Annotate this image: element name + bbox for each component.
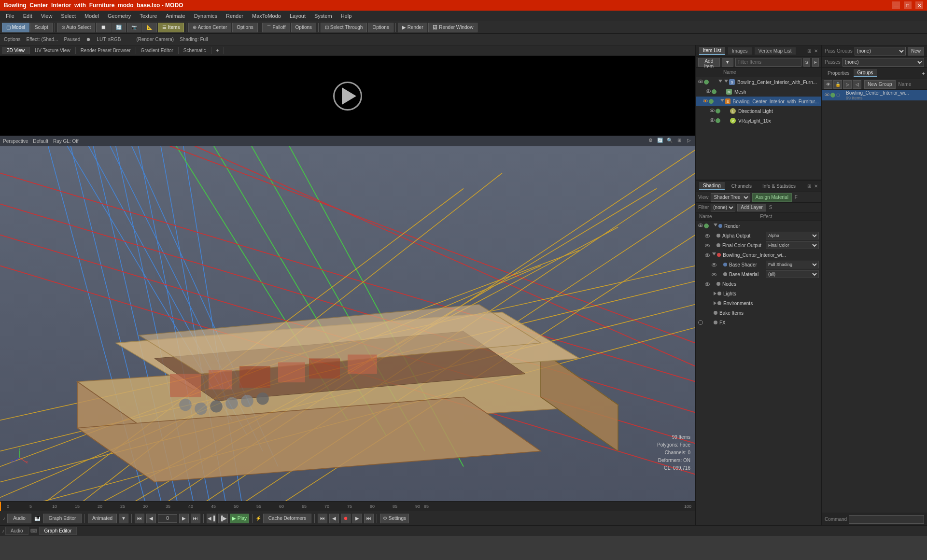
options1-button[interactable]: Options (232, 23, 257, 32)
render-toggle[interactable] (716, 109, 720, 113)
eye-toggle[interactable] (698, 80, 703, 83)
eye-toggle[interactable] (705, 244, 710, 247)
tab-render-preset[interactable]: Render Preset Browser (76, 47, 136, 54)
play-button-transport[interactable]: ▶ Play (230, 514, 249, 523)
collapse-btn[interactable]: ◁ (853, 80, 861, 89)
viewport-3d[interactable]: Perspective Default Ray GL: Off ⚙ 🔄 🔍 ⊞ … (0, 136, 695, 501)
auto-select-button[interactable]: ⊙ Auto Select (57, 23, 95, 32)
shader-row-alpha[interactable]: Alpha Output Alpha (696, 231, 821, 240)
new-pass-button[interactable]: New (908, 47, 924, 56)
menu-maxtomodo[interactable]: MaxToModo (248, 12, 285, 20)
close-button[interactable]: ✕ (915, 1, 923, 9)
new-group-button[interactable]: New Group (864, 80, 896, 89)
eye-toggle[interactable] (705, 282, 710, 286)
menu-model[interactable]: Model (81, 12, 103, 20)
expand-icon[interactable] (714, 224, 717, 228)
tab-groups[interactable]: Groups (854, 69, 877, 77)
tab-add-icon[interactable]: + (922, 70, 925, 76)
toolbar-icon-3[interactable]: 📷 (127, 23, 141, 32)
menu-geometry[interactable]: Geometry (104, 12, 135, 20)
eye-toggle[interactable] (710, 118, 715, 122)
eye-toggle[interactable] (712, 263, 716, 266)
expand-icon-2[interactable] (724, 80, 728, 84)
menu-file[interactable]: File (2, 12, 18, 20)
menu-dynamics[interactable]: Dynamics (190, 12, 221, 20)
expand-icon[interactable] (714, 301, 716, 305)
skip-end-button[interactable]: ⏭ (191, 514, 200, 523)
viewport-icon-4[interactable]: ⊞ (676, 138, 683, 144)
item-row[interactable]: S Bowling_Center_Interior_with_Furn... (696, 77, 821, 87)
options3-button[interactable]: Options (368, 23, 393, 32)
tab-shading[interactable]: Shading (699, 182, 725, 190)
eye-toggle[interactable] (706, 89, 711, 93)
expand-icon[interactable] (718, 80, 722, 84)
select-through-button[interactable]: ⊡ Select Through (321, 23, 367, 32)
record-end-button[interactable]: ⏭ (364, 514, 374, 523)
filter-s-button[interactable]: S (803, 58, 810, 67)
toolbar-icon-1[interactable]: 🔲 (96, 23, 111, 32)
tab-images[interactable]: Images (728, 47, 752, 55)
play-button[interactable] (333, 82, 362, 111)
render-toggle[interactable] (716, 118, 720, 123)
record-start-button[interactable]: ⏮ (318, 514, 327, 523)
audio-button[interactable]: Audio (7, 514, 31, 523)
viewport-icon-1[interactable]: ⚙ (647, 138, 654, 144)
shading-maximize[interactable]: ⊞ (807, 183, 811, 189)
render-toggle[interactable] (830, 93, 835, 98)
command-input[interactable] (849, 515, 924, 524)
sculpt-mode-button[interactable]: Sculpt (30, 23, 53, 32)
tab-item-list[interactable]: Item List (699, 47, 725, 55)
filter-f-button[interactable]: F (812, 58, 819, 67)
assign-material-button[interactable]: Assign Material (752, 193, 792, 202)
eye-toggle-btn[interactable]: 👁 (824, 80, 832, 89)
passes-select[interactable]: (none) (843, 58, 924, 67)
tab-channels[interactable]: Channels (728, 182, 756, 190)
play-rev-button[interactable]: ◀▐ (207, 514, 216, 523)
shader-row-fx[interactable]: FX (696, 318, 821, 327)
add-item-button[interactable]: Add Item (698, 58, 720, 67)
effect-select[interactable]: Alpha (766, 232, 819, 239)
item-list-maximize[interactable]: ⊞ (807, 48, 811, 54)
minimize-button[interactable]: — (892, 1, 900, 9)
viewport-icon-2[interactable]: 🔄 (657, 138, 663, 144)
prev-frame-button[interactable]: ◀ (146, 514, 156, 523)
viewport-icon-3[interactable]: 🔍 (666, 138, 673, 144)
shading-close[interactable]: ✕ (814, 183, 818, 189)
record-prev-button[interactable]: ◀ (329, 514, 339, 523)
expand-icon[interactable] (714, 292, 716, 295)
model-mode-button[interactable]: ▢ Model (2, 23, 29, 32)
shader-row-base-shader[interactable]: Base Shader Full Shading (696, 260, 821, 269)
lock-btn[interactable]: 🔒 (833, 80, 842, 89)
tab-3d-view[interactable]: 3D View (2, 47, 30, 54)
shader-row-bowling[interactable]: Bowling_Center_Interior_wi... (696, 250, 821, 260)
toolbar-icon-4[interactable]: 📐 (142, 23, 157, 32)
render-window-button[interactable]: 🖼 Render Window (428, 23, 478, 32)
render-toggle[interactable] (704, 80, 709, 84)
add-item-dropdown[interactable]: ▼ (722, 58, 733, 67)
tab-uv-texture[interactable]: UV Texture View (30, 47, 76, 54)
record-next-button[interactable]: ▶ (352, 514, 362, 523)
eye-toggle[interactable] (705, 234, 710, 238)
expand-icon[interactable] (712, 252, 716, 257)
menu-texture[interactable]: Texture (136, 12, 161, 20)
menu-help[interactable]: Help (337, 12, 356, 20)
frame-input[interactable]: 0 (158, 514, 177, 523)
options2-button[interactable]: Options (291, 23, 316, 32)
tab-vertex-map-list[interactable]: Vertex Map List (755, 47, 796, 55)
dropdown-btn[interactable]: ▼ (119, 514, 128, 523)
shader-row-final-color[interactable]: Final Color Output Final Color (696, 240, 821, 250)
eye-toggle[interactable] (825, 93, 829, 96)
shader-row-render[interactable]: Render (696, 221, 821, 231)
toolbar-icon-2[interactable]: 🔄 (112, 23, 126, 32)
menu-layout[interactable]: Layout (286, 12, 309, 20)
menu-render[interactable]: Render (222, 12, 247, 20)
items-button[interactable]: ☰ Items (158, 23, 184, 32)
graph-editor-tab[interactable]: Graph Editor (39, 527, 77, 535)
shader-row-environments[interactable]: Environments (696, 298, 821, 308)
expand-icon[interactable] (720, 99, 724, 104)
eye-toggle[interactable] (703, 99, 708, 102)
add-layer-button[interactable]: Add Layer (737, 204, 766, 211)
menu-edit[interactable]: Edit (19, 12, 36, 20)
menu-system[interactable]: System (310, 12, 336, 20)
tab-gradient-editor[interactable]: Gradient Editor (136, 47, 179, 54)
